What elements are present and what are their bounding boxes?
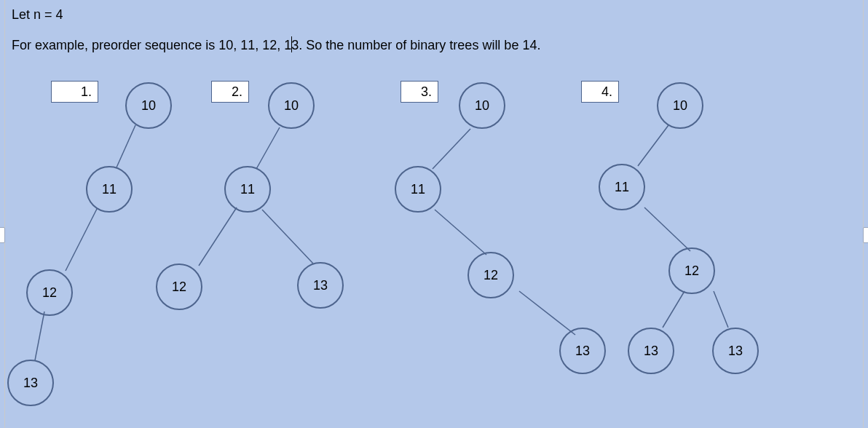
tree4-node-12: 12: [668, 247, 715, 294]
tree1-node-13: 13: [7, 360, 54, 406]
tree3-node-12: 12: [467, 252, 514, 298]
tree2-node-13: 13: [297, 262, 344, 309]
text-line-1: Let n = 4: [12, 7, 63, 23]
label-box-4: 4.: [581, 81, 619, 103]
tree3-node-13: 13: [559, 328, 606, 374]
tree2-node-11: 11: [224, 166, 271, 213]
label-box-2: 2.: [211, 81, 249, 103]
tree2-node-12: 12: [156, 263, 202, 310]
label-box-3: 3.: [401, 81, 438, 103]
tree3-node-11: 11: [395, 166, 441, 213]
tree1-node-10: 10: [125, 82, 172, 129]
tree4-node-11: 11: [599, 164, 645, 210]
text-line-2a-span: For example, preorder sequence is 10, 11…: [12, 38, 291, 52]
text-line-2: For example, preorder sequence is 10, 11…: [12, 36, 540, 53]
tree2-node-10: 10: [268, 82, 315, 129]
margin-handle-right[interactable]: [863, 227, 868, 243]
label-box-1: 1.: [51, 81, 98, 103]
tree4-node-13a: 13: [628, 328, 674, 374]
text-line-2b-span: 3. So the number of binary trees will be…: [291, 38, 540, 52]
tree1-node-12: 12: [26, 269, 73, 316]
tree1-node-11: 11: [86, 166, 133, 213]
tree4-node-10: 10: [657, 82, 703, 129]
tree4-node-13b: 13: [712, 328, 759, 374]
tree3-node-10: 10: [459, 82, 505, 129]
margin-handle-left[interactable]: [0, 227, 5, 243]
